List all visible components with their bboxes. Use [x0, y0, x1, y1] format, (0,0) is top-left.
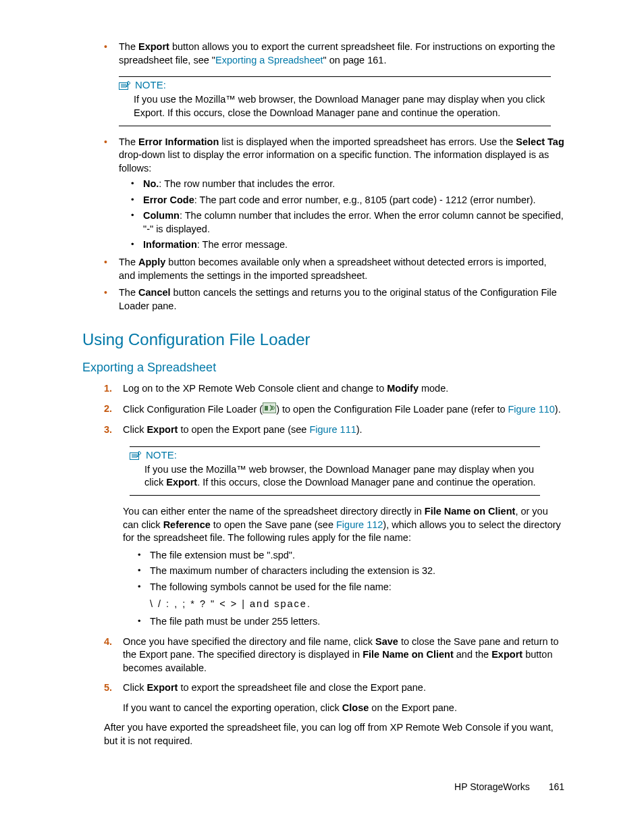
cfl-toolbar-icon	[263, 402, 276, 417]
text: The	[119, 257, 138, 267]
rule	[119, 76, 551, 77]
t: Once you have specified the directory an…	[123, 636, 375, 647]
error-info-sublist: No.: The row number that includes the er…	[131, 178, 564, 252]
t: to open the Export pane (see	[178, 424, 309, 435]
after-paragraph: After you have exported the spreadsheet …	[104, 721, 564, 748]
step-5: Click Export to export the spreadsheet f…	[104, 681, 564, 714]
t: to open the Save pane (see	[211, 519, 336, 530]
text: button becomes available only when a spr…	[119, 257, 547, 281]
b: File Name on Client	[363, 649, 454, 660]
rule-path: The file path must be under 255 letters.	[138, 615, 564, 629]
sub-information: Information: The error message.	[131, 238, 564, 252]
text: list is displayed when the imported spre…	[219, 136, 516, 147]
note-icon	[119, 80, 131, 90]
rule-symbols: The following symbols cannot be used for…	[138, 581, 564, 611]
rule-maxchars: The maximum number of characters includi…	[138, 565, 564, 578]
rule	[130, 495, 540, 496]
step-1: Log on to the XP Remote Web Console clie…	[104, 382, 564, 396]
link-figure-112[interactable]: Figure 112	[336, 519, 383, 530]
b: Error Code	[143, 194, 194, 205]
t: If you want to cancel the exporting oper…	[123, 702, 342, 713]
note-box: NOTE: If you use the Mozilla™ web browse…	[119, 76, 564, 126]
t: : The column number that includes the er…	[143, 210, 564, 234]
heading-using-cfl: Using Configuration File Loader	[82, 329, 564, 350]
b: Export	[146, 682, 178, 693]
text: The	[119, 41, 138, 52]
step-4: Once you have specified the directory an…	[104, 635, 564, 675]
t: : The error message.	[197, 239, 288, 250]
note-box-2: NOTE: If you use the Mozilla™ web browse…	[130, 446, 564, 496]
note-heading: NOTE:	[130, 448, 540, 462]
text: button cancels the settings and returns …	[119, 287, 557, 311]
b: File Name on Client	[425, 506, 516, 517]
b: Cancel	[138, 287, 171, 298]
t: on the Export pane.	[369, 702, 457, 713]
b: Save	[375, 636, 398, 647]
rule-ext: The file extension must be ".spd".	[138, 549, 564, 563]
t: and the	[454, 649, 491, 660]
t: The following symbols cannot be used for…	[150, 581, 392, 592]
b: Export	[491, 649, 522, 660]
steps-list: Log on to the XP Remote Web Console clie…	[104, 382, 564, 714]
rule	[119, 126, 551, 126]
b: No.	[143, 178, 159, 189]
sub-column: Column: The column number that includes …	[131, 209, 564, 236]
b: Export	[146, 424, 178, 435]
t: Log on to the XP Remote Web Console clie…	[123, 383, 387, 394]
t: mode.	[419, 383, 448, 394]
t: Click	[123, 682, 146, 693]
note-heading: NOTE:	[119, 78, 551, 92]
step5-extra: If you want to cancel the exporting oper…	[123, 702, 564, 715]
t: Click	[123, 424, 146, 435]
t: . If this occurs, close the Download Man…	[197, 477, 535, 488]
b: Select Tag	[516, 136, 564, 147]
t: You can either enter the name of the spr…	[123, 506, 425, 517]
footer-brand: HP StorageWorks	[454, 781, 530, 792]
rule	[130, 446, 540, 447]
link-figure-110[interactable]: Figure 110	[508, 403, 555, 414]
link-figure-111[interactable]: Figure 111	[309, 424, 356, 435]
footer-page-number: 161	[549, 781, 564, 792]
text: The	[119, 136, 138, 147]
t: : The row number that includes the error…	[159, 178, 335, 189]
text: drop-down list to display the error info…	[119, 149, 549, 174]
page-footer: HP StorageWorks161	[454, 781, 564, 793]
step3-paragraph: You can either enter the name of the spr…	[123, 505, 564, 545]
note-body: If you use the Mozilla™ web browser, the…	[134, 93, 551, 120]
document-page: The Export button allows you to export t…	[0, 0, 644, 834]
step-3: Click Export to open the Export pane (se…	[104, 423, 564, 628]
b: Apply	[138, 257, 165, 267]
error-info-desc: The Error Information list is displayed …	[104, 136, 564, 253]
t: to export the spreadsheet file and close…	[178, 682, 426, 693]
sub-no: No.: The row number that includes the er…	[131, 178, 564, 191]
heading-exporting: Exporting a Spreadsheet	[82, 359, 564, 375]
note-label: NOTE:	[146, 448, 177, 462]
link-export-spreadsheet[interactable]: Exporting a Spreadsheet	[215, 55, 323, 66]
text: The	[119, 287, 138, 298]
b: Export	[166, 477, 197, 488]
t: ) to open the Configuration File Loader …	[276, 403, 508, 414]
top-bullet-list: The Export button allows you to export t…	[104, 41, 564, 67]
step-2: Click Configuration File Loader () to op…	[104, 402, 564, 417]
b: Column	[143, 210, 180, 221]
note-body: If you use the Mozilla™ web browser, the…	[144, 463, 540, 490]
b: Reference	[163, 519, 211, 530]
cancel-desc: The Cancel button cancels the settings a…	[104, 286, 564, 313]
b: Modify	[387, 383, 419, 394]
b: Error Information	[138, 136, 219, 147]
text: " on page 161.	[323, 55, 387, 66]
export-bold: Export	[138, 41, 169, 52]
filename-rules: The file extension must be ".spd". The m…	[138, 549, 564, 629]
export-button-desc: The Export button allows you to export t…	[104, 41, 564, 67]
b: Information	[143, 239, 197, 250]
b: Close	[342, 702, 369, 713]
note-icon	[130, 450, 142, 460]
symbols-list: \ / : , ; * ? " < > | and space.	[150, 598, 564, 611]
note-label: NOTE:	[135, 78, 166, 92]
t: Click Configuration File Loader (	[123, 403, 263, 414]
top-bullet-list-cont: The Error Information list is displayed …	[104, 136, 564, 313]
apply-desc: The Apply button becomes available only …	[104, 256, 564, 282]
t: ).	[555, 403, 561, 414]
sub-errorcode: Error Code: The part code and error numb…	[131, 194, 564, 207]
t: ).	[356, 424, 363, 435]
